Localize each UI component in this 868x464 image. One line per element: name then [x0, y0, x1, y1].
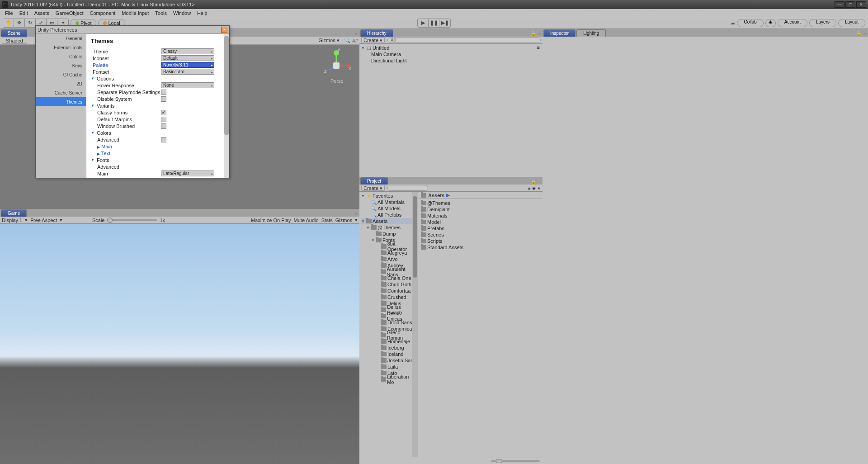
prefs-cat-themes[interactable]: Themes	[36, 97, 86, 106]
menu-edit[interactable]: Edit	[16, 10, 31, 16]
project-tree-row[interactable]: Droid Sans	[361, 319, 416, 326]
panel-menu-icon[interactable]: ≡	[863, 31, 866, 37]
hierarchy-item[interactable]: Directional Light	[361, 57, 541, 64]
project-zoom-slider[interactable]	[488, 458, 542, 464]
prefs-cat-keys[interactable]: Keys	[36, 61, 86, 70]
project-tree-row[interactable]: Arvo	[361, 256, 416, 262]
project-tree-row[interactable]: Delius Unicas	[361, 313, 416, 319]
stats-toggle[interactable]: Stats	[321, 218, 333, 223]
game-gizmos-toggle[interactable]: Gizmos	[335, 218, 352, 223]
project-create[interactable]: Create ▾	[361, 185, 385, 191]
iconset-dropdown[interactable]: Default	[161, 55, 214, 61]
project-tree-row[interactable]: Josefin Sans	[361, 357, 416, 364]
project-tree-row[interactable]: Aurulent Sans	[361, 269, 416, 275]
prefs-cat-colors[interactable]: Colors	[36, 52, 86, 61]
lock-icon[interactable]: 🔒	[530, 31, 537, 37]
tab-project[interactable]: Project	[360, 177, 388, 185]
project-tree-row[interactable]: ▼ Assets	[361, 218, 416, 224]
hierarchy-item[interactable]: Main Camera	[361, 51, 541, 57]
tab-lighting[interactable]: Lighting	[576, 29, 606, 37]
menu-mobile-input[interactable]: Mobile Input	[118, 10, 152, 16]
menu-file[interactable]: File	[2, 10, 16, 16]
panel-menu-icon[interactable]: ≡	[538, 31, 541, 37]
project-tree-row[interactable]: 8bit Operator	[361, 243, 416, 250]
step-button[interactable]: ▶❚	[439, 19, 450, 27]
prefs-cat-gicache[interactable]: GI Cache	[36, 70, 86, 79]
display-dropdown[interactable]: Display 1	[2, 218, 22, 223]
aspect-dropdown[interactable]: Free Aspect	[30, 218, 57, 223]
panel-menu-icon[interactable]: ≡	[538, 179, 541, 185]
margins-checkbox[interactable]	[161, 117, 166, 122]
layout-dropdown[interactable]: Layout	[838, 19, 865, 27]
hover-dropdown[interactable]: None	[161, 82, 214, 88]
account-dropdown[interactable]: Account	[778, 19, 807, 27]
tab-game[interactable]: Game	[1, 209, 27, 217]
project-tree-row[interactable]: Liberation Mo	[361, 376, 416, 383]
panel-menu-icon[interactable]: ≡	[537, 45, 540, 50]
colors-advanced-checkbox[interactable]	[161, 137, 166, 142]
project-tree-row[interactable]: Iceland	[361, 351, 416, 357]
project-tree-row[interactable]: Laila	[361, 364, 416, 370]
mute-toggle[interactable]: Mute Audio	[294, 218, 319, 223]
hierarchy-create[interactable]: Create ▾	[361, 37, 385, 43]
classy-checkbox[interactable]: ✔	[161, 110, 166, 115]
asset-item[interactable]: Prefabs	[421, 225, 540, 232]
scene-gizmos-toggle[interactable]: Gizmos ▾	[318, 38, 339, 43]
prefs-scrollbar[interactable]	[224, 34, 229, 178]
collab-dropdown[interactable]: Collab	[737, 19, 763, 27]
asset-item[interactable]: Scripts	[421, 238, 540, 244]
project-tree-row[interactable]: ▼ @Themes	[361, 224, 416, 231]
project-assets[interactable]: Assets ▶ @Themes Demigiant Materials Mod…	[418, 192, 542, 457]
asset-item[interactable]: Scenes	[421, 232, 540, 238]
asset-item[interactable]: Model	[421, 219, 540, 225]
prefs-cat-2d[interactable]: 2D	[36, 79, 86, 88]
maximize-toggle[interactable]: Maximize On Play	[251, 218, 291, 223]
menu-component[interactable]: Component	[86, 10, 118, 16]
prefs-titlebar[interactable]: Unity Preferences ✕	[36, 26, 229, 34]
brushed-checkbox[interactable]	[161, 123, 166, 129]
tab-scene[interactable]: Scene	[1, 29, 27, 37]
hand-tool[interactable]: ✋	[3, 19, 14, 27]
disable-checkbox[interactable]	[161, 96, 166, 102]
scene-search[interactable]: All	[352, 38, 358, 43]
menu-help[interactable]: Help	[194, 10, 211, 16]
prefs-cat-external[interactable]: External Tools	[36, 43, 86, 52]
asset-item[interactable]: @Themes	[421, 200, 540, 206]
project-tree-row[interactable]: 🔍All Models	[361, 205, 416, 212]
project-tree-row[interactable]: 🔍All Materials	[361, 199, 416, 205]
shading-mode[interactable]: Shaded	[2, 38, 27, 44]
hierarchy-body[interactable]: ▼⬚ Untitled Main Camera Directional Ligh…	[359, 44, 542, 177]
close-button[interactable]: ✕	[856, 1, 866, 8]
project-search[interactable]	[387, 185, 428, 191]
prefs-close-button[interactable]: ✕	[221, 27, 227, 33]
palette-dropdown[interactable]: Novelty/3.11	[161, 62, 214, 68]
scale-slider[interactable]	[107, 219, 157, 221]
services-button[interactable]: ◉	[765, 19, 776, 27]
game-viewport[interactable]	[0, 224, 359, 464]
menu-assets[interactable]: Assets	[31, 10, 52, 16]
move-tool[interactable]: ✥	[14, 19, 25, 27]
project-tree[interactable]: ▼★Favorites🔍All Materials🔍All Models🔍All…	[359, 192, 418, 457]
project-tree-row[interactable]: Dump	[361, 231, 416, 237]
panel-menu-icon[interactable]: ≡	[355, 211, 358, 217]
pause-button[interactable]: ❚❚	[429, 19, 439, 27]
hierarchy-scene-row[interactable]: ▼⬚ Untitled	[361, 45, 541, 51]
separate-checkbox[interactable]	[161, 90, 166, 95]
project-tree-row[interactable]: Crushed	[361, 294, 416, 300]
tab-inspector[interactable]: Inspector	[543, 29, 576, 37]
asset-item[interactable]: Demigiant	[421, 206, 540, 213]
asset-item[interactable]: Materials	[421, 213, 540, 219]
menu-gameobject[interactable]: GameObject	[52, 10, 87, 16]
lock-icon[interactable]: 🔒	[856, 31, 862, 37]
project-tree-row[interactable]: Iceberg	[361, 345, 416, 351]
maximize-button[interactable]: ▢	[845, 1, 855, 8]
project-tree-row[interactable]: Greco Roman	[361, 332, 416, 338]
play-button[interactable]: ▶	[418, 19, 429, 27]
orientation-gizmo[interactable]: y x z Persp	[321, 47, 352, 88]
fontset-dropdown[interactable]: Basic/Lato	[161, 69, 214, 75]
project-tree-row[interactable]: Homenaje	[361, 338, 416, 345]
rotate-tool[interactable]: ↻	[25, 19, 36, 27]
panel-menu-icon[interactable]: ≡	[355, 31, 358, 37]
font-main-dropdown[interactable]: Lato/Regular	[161, 170, 214, 176]
menu-tools[interactable]: Tools	[152, 10, 170, 16]
